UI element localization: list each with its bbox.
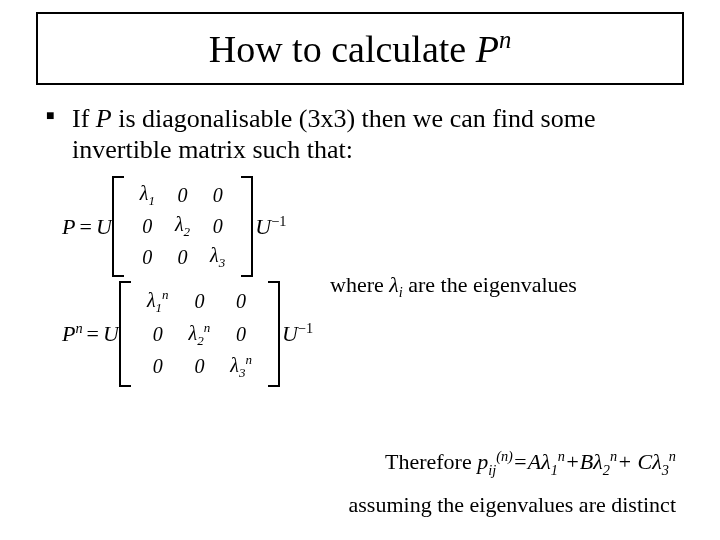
eq2-uinv: U−1 [282,320,313,347]
eq2-lhs-exp: n [75,320,82,336]
page-title: How to calculate Pn [36,12,684,85]
note2-l2: λ [593,449,603,474]
eq1-uinv-exp: −1 [271,213,286,229]
eq2-uinv-exp: −1 [298,320,313,336]
bullet-pre: If [72,104,96,133]
note2-pre: Therefore [385,449,477,474]
note2-nsup: (n) [496,448,513,464]
title-pre: How to calculate [209,28,476,70]
bullet-p: P [96,104,112,133]
note1-lambda: λ [389,272,399,297]
eq1-u: U [96,214,112,240]
note2-s1: 1 [551,462,558,478]
bracket-right-icon [241,176,253,277]
note2-e3: n [669,448,676,464]
eq1-uinv: U−1 [255,213,286,240]
note2-e1: n [558,448,565,464]
bullet-mid: is diagonalisable (3x3) then we can find… [72,104,595,165]
bracket-left-icon [112,176,124,277]
eq2-matrix: λ1n00 0λ2n0 00λ3n [119,281,280,387]
title-var: P [476,28,499,70]
eq2-uinv-base: U [282,322,298,347]
bracket-right-icon [268,281,280,387]
note2-l1: λ [541,449,551,474]
note1-post: are the eigenvalues [403,272,577,297]
assuming-note: assuming the eigenvalues are distinct [349,492,676,518]
note2-l3: λ [652,449,662,474]
eq1-matrix: λ100 0λ20 00λ3 [112,176,254,277]
eq1-eq: = [79,214,91,240]
note2-plusC: + C [617,449,652,474]
eigenvalue-note: where λi are the eigenvalues [330,272,577,301]
eq2-lhs-base: P [62,322,75,347]
title-sup: n [499,26,511,53]
therefore-note: Therefore pij(n)=Aλ1n+Bλ2n+ Cλ3n [385,448,676,479]
note2-s2: 2 [603,462,610,478]
equation-p: P = U λ100 0λ20 00λ3 U−1 [62,176,720,277]
eq1-lhs: P [62,214,75,240]
note1-pre: where [330,272,389,297]
eq2-eq: = [87,321,99,347]
note2-s3: 3 [662,462,669,478]
eq2-lhs: Pn [62,320,83,347]
eq2-u: U [103,321,119,347]
note2-p: p [477,449,488,474]
note2-plusB: +B [565,449,593,474]
eq1-uinv-base: U [255,214,271,239]
note2-eqA: =A [513,449,541,474]
bracket-left-icon [119,281,131,387]
note2-ij: ij [488,462,496,478]
bullet-item: If P is diagonalisable (3x3) then we can… [46,103,674,166]
